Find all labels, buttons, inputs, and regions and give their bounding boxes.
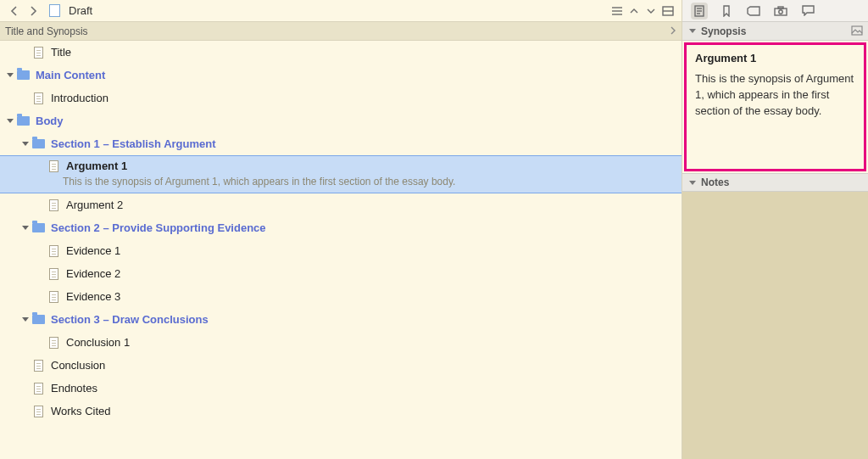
document-icon (49, 245, 58, 257)
outline-item-label: Conclusion 1 (66, 336, 130, 349)
inspector-metadata-tab[interactable] (745, 3, 762, 20)
outline-item-label: Conclusion (51, 359, 105, 372)
outline-folder-section-3[interactable]: Section 3 – Draw Conclusions (0, 308, 682, 331)
disclosure-triangle-icon (689, 29, 696, 33)
disclosure-triangle-icon[interactable] (22, 142, 29, 146)
chevron-right-icon (670, 25, 676, 37)
synopsis-title: Argument 1 (695, 52, 855, 64)
notes-section-header[interactable]: Notes (682, 173, 868, 192)
outline-item-evidence-3[interactable]: Evidence 3 (0, 285, 682, 308)
outline-panel: Title Main Content Introduction Body Sec… (0, 41, 682, 459)
notes-header-label: Notes (701, 176, 729, 188)
document-icon (34, 92, 43, 104)
inspector-toolbar (682, 0, 868, 22)
outline-item-title[interactable]: Title (0, 41, 682, 64)
document-icon (49, 291, 58, 303)
document-icon (49, 4, 60, 17)
outline-item-label: Works Cited (51, 405, 111, 417)
document-icon (49, 199, 58, 211)
outline-item-label: Evidence 1 (66, 244, 120, 257)
outline-item-argument-2[interactable]: Argument 2 (0, 193, 682, 216)
outline-item-conclusion-1[interactable]: Conclusion 1 (0, 331, 682, 354)
outline-item-evidence-1[interactable]: Evidence 1 (0, 239, 682, 262)
inspector-notes-tab[interactable] (691, 3, 708, 20)
synopsis-card[interactable]: Argument 1 This is the synopsis of Argum… (684, 42, 866, 171)
list-icon[interactable] (610, 4, 624, 18)
outline-item-synopsis: This is the synopsis of Argument 1, whic… (0, 176, 682, 193)
synopsis-text: This is the synopsis of Argument 1, whic… (695, 71, 855, 120)
document-icon (34, 47, 43, 59)
caret-down-icon[interactable] (644, 4, 658, 18)
outline-mode-dropdown[interactable]: Title and Synopsis (0, 22, 682, 41)
outline-folder-body[interactable]: Body (0, 109, 682, 132)
nav-forward-button[interactable] (25, 3, 41, 19)
caret-up-icon[interactable] (627, 4, 641, 18)
disclosure-triangle-icon[interactable] (22, 226, 29, 230)
outline-item-label: Section 2 – Provide Supporting Evidence (51, 221, 266, 234)
disclosure-triangle-icon[interactable] (7, 73, 14, 77)
disclosure-triangle-icon[interactable] (7, 119, 14, 123)
mode-bar: Title and Synopsis Synopsis (0, 22, 868, 41)
outline-item-label: Endnotes (51, 382, 97, 395)
outline-item-label: Introduction (51, 92, 108, 104)
outline-item-label: Body (36, 115, 64, 127)
document-icon (49, 268, 58, 280)
document-icon (34, 360, 43, 372)
disclosure-triangle-icon (689, 181, 696, 185)
folder-icon (17, 70, 30, 80)
editor-toolbar: Draft (0, 0, 682, 22)
outline-item-selected[interactable]: Argument 1 This is the synopsis of Argum… (0, 155, 682, 193)
svg-point-11 (779, 9, 782, 13)
top-toolbar: Draft (0, 0, 868, 22)
outline-item-label: Main Content (36, 69, 105, 81)
inspector-bookmarks-tab[interactable] (718, 3, 735, 20)
outline-item-label: Section 1 – Establish Argument (51, 137, 216, 150)
document-icon (34, 383, 43, 395)
outline-item-label: Argument 1 (66, 160, 127, 172)
disclosure-triangle-icon[interactable] (22, 317, 29, 322)
synopsis-header-label: Synopsis (701, 25, 746, 37)
outline-item-label: Evidence 3 (66, 290, 120, 303)
outline-mode-label: Title and Synopsis (5, 25, 88, 37)
inspector-comments-tab[interactable] (799, 3, 816, 20)
location-title: Draft (69, 4, 92, 17)
synopsis-section-header[interactable]: Synopsis (682, 22, 868, 41)
main-area: Title Main Content Introduction Body Sec… (0, 41, 868, 459)
outline-item-label: Section 3 – Draw Conclusions (51, 313, 209, 326)
folder-icon (32, 139, 45, 148)
outline-folder-main-content[interactable]: Main Content (0, 64, 682, 87)
folder-icon (32, 315, 45, 324)
svg-rect-10 (778, 7, 783, 8)
outline-item-evidence-2[interactable]: Evidence 2 (0, 262, 682, 285)
outline-item-introduction[interactable]: Introduction (0, 87, 682, 109)
inspector-panel: Argument 1 This is the synopsis of Argum… (682, 41, 868, 459)
outline-folder-section-1[interactable]: Section 1 – Establish Argument (0, 132, 682, 155)
split-view-icon[interactable] (661, 4, 675, 18)
folder-icon (17, 116, 30, 126)
notes-area[interactable] (682, 192, 868, 459)
outline-item-conclusion[interactable]: Conclusion (0, 354, 682, 377)
document-icon (49, 160, 58, 172)
svg-rect-12 (852, 26, 862, 35)
document-icon (34, 406, 43, 417)
outline-folder-section-2[interactable]: Section 2 – Provide Supporting Evidence (0, 216, 682, 239)
nav-back-button[interactable] (7, 3, 22, 19)
outline-item-works-cited[interactable]: Works Cited (0, 400, 682, 423)
outline-item-label: Evidence 2 (66, 267, 120, 280)
outline-item-label: Title (51, 46, 71, 59)
image-placeholder-icon[interactable] (851, 25, 863, 38)
document-icon (49, 337, 58, 349)
inspector-snapshots-tab[interactable] (772, 3, 789, 20)
folder-icon (32, 223, 45, 232)
outline-item-endnotes[interactable]: Endnotes (0, 377, 682, 400)
outline-item-label: Argument 2 (66, 199, 123, 211)
